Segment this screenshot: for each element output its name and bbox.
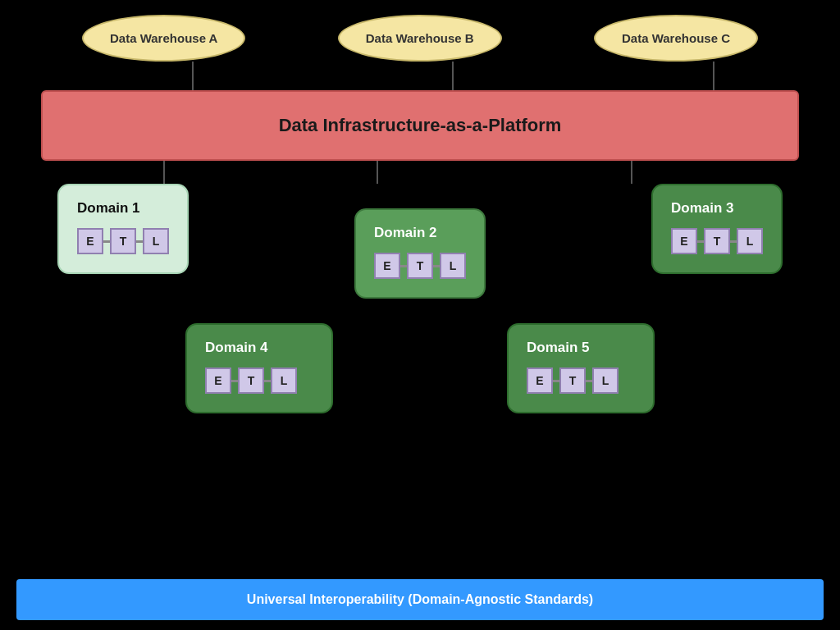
warehouse-b-label: Data Warehouse B <box>366 31 474 45</box>
domain-5-e: E <box>527 368 553 394</box>
domain-3-title: Domain 3 <box>671 200 763 217</box>
warehouse-a: Data Warehouse A <box>82 15 245 62</box>
platform-label: Data Infrastructure-as-a-Platform <box>279 115 562 135</box>
domain-3-e: E <box>671 228 697 254</box>
warehouse-a-label: Data Warehouse A <box>110 31 217 45</box>
warehouse-b: Data Warehouse B <box>338 15 502 62</box>
domain-4-box: Domain 4 E T L <box>185 323 333 413</box>
domains-row-2: Domain 4 E T L Domain 5 E T L <box>33 323 807 413</box>
domain-1-title: Domain 1 <box>77 200 169 217</box>
domain-4-etl: E T L <box>205 368 313 394</box>
etl-connector <box>586 380 592 382</box>
bottom-bar-label: Universal Interoperability (Domain-Agnos… <box>247 592 593 606</box>
etl-connector <box>136 240 143 243</box>
etl-connector <box>264 380 271 382</box>
platform-bar: Data Infrastructure-as-a-Platform <box>41 90 799 161</box>
domain-2-etl: E T L <box>374 253 466 279</box>
diagram-container: Data Warehouse A Data Warehouse B Data W… <box>0 0 840 630</box>
bottom-bar: Universal Interoperability (Domain-Agnos… <box>16 579 824 620</box>
domain-1-box: Domain 1 E T L <box>57 184 189 274</box>
domain-5-title: Domain 5 <box>527 340 635 356</box>
warehouse-c-label: Data Warehouse C <box>622 31 730 45</box>
domain-5-etl: E T L <box>527 368 635 394</box>
domain-5-l: L <box>592 368 619 394</box>
domain-2-e: E <box>374 253 400 279</box>
domain-4-l: L <box>271 368 297 394</box>
domain-3-l: L <box>737 228 763 254</box>
domain-1-etl: E T L <box>77 228 169 254</box>
etl-connector <box>697 240 704 243</box>
domain-2-title: Domain 2 <box>374 225 466 241</box>
warehouse-c: Data Warehouse C <box>594 15 758 62</box>
domain-4-t: T <box>238 368 264 394</box>
domain-2-t: T <box>407 253 433 279</box>
domain-5-t: T <box>559 368 586 394</box>
domain-1-t: T <box>110 228 136 254</box>
etl-connector <box>103 240 110 243</box>
connector-lines-top <box>66 62 840 90</box>
domains-row-1: Domain 1 E T L Domain 2 E T L Domain 3 <box>33 184 807 299</box>
domain-1-l: L <box>143 228 169 254</box>
domain-3-box: Domain 3 E T L <box>651 184 783 274</box>
domain-2-l: L <box>440 253 466 279</box>
domain-1-e: E <box>77 228 103 254</box>
domain-3-t: T <box>704 228 730 254</box>
etl-connector <box>231 380 238 382</box>
etl-connector <box>400 265 407 267</box>
warehouses-row: Data Warehouse A Data Warehouse B Data W… <box>33 0 807 62</box>
domain-4-e: E <box>205 368 231 394</box>
etl-connector <box>553 380 559 382</box>
etl-connector <box>433 265 440 267</box>
domain-2-box: Domain 2 E T L <box>354 208 486 299</box>
domain-3-etl: E T L <box>671 228 763 254</box>
domain-4-title: Domain 4 <box>205 340 313 356</box>
etl-connector <box>730 240 737 243</box>
connector-lines-bottom <box>66 161 840 184</box>
domain-5-box: Domain 5 E T L <box>507 323 655 413</box>
